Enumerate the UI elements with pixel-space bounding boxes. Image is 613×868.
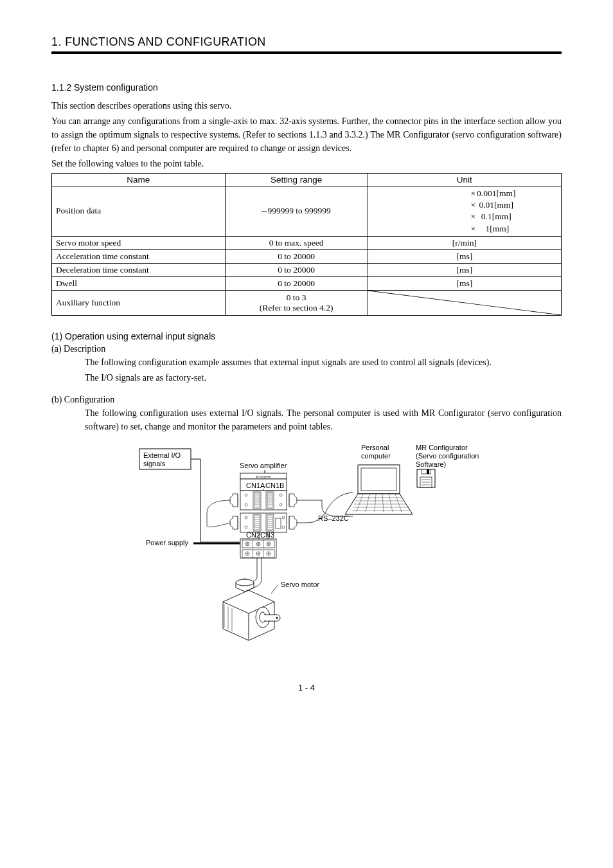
unit-value: 1[mm] xyxy=(477,223,509,235)
power-block xyxy=(240,539,276,558)
row-accel-name: Acceleration time constant xyxy=(52,249,226,263)
row-decel-range: 0 to 20000 xyxy=(225,263,368,276)
table-row: Position data 999999 to 999999 ×0.001[mm… xyxy=(52,186,562,237)
row-aux-unit-slash xyxy=(368,290,561,315)
intro-paragraph-3: Set the following values to the point ta… xyxy=(51,157,562,170)
section-heading: 1.1.2 System configuration xyxy=(51,82,562,93)
label-pc-2: computer xyxy=(361,452,391,460)
slash-icon xyxy=(368,291,561,315)
label-mr-2: (Servo configuration xyxy=(416,452,479,460)
row-speed-name: Servo motor speed xyxy=(52,236,226,249)
page-number: 1 - 4 xyxy=(51,683,562,692)
amp-row-1 xyxy=(230,491,297,510)
label-cn1a: CN1A xyxy=(246,482,265,489)
row-speed-unit: [r/min] xyxy=(368,236,561,249)
desc-b-label: (b) Configuration xyxy=(51,395,562,405)
label-ext-io-1: External I/O xyxy=(143,451,181,459)
unit-value: 0.01[mm] xyxy=(477,199,513,211)
label-ext-io-2: signals xyxy=(143,460,166,467)
chapter-heading: 1. FUNCTIONS AND CONFIGURATION xyxy=(51,35,562,54)
row-decel-unit: [ms] xyxy=(368,263,561,276)
desc-b-text: The following configuration uses externa… xyxy=(85,406,562,433)
row-accel-range: 0 to 20000 xyxy=(225,249,368,263)
intro-paragraph-2: You can arrange any configurations from … xyxy=(51,114,562,155)
row-position-range-text: 999999 to 999999 xyxy=(267,206,330,215)
table-row: Auxiliary function 0 to 3 (Refer to sect… xyxy=(52,290,562,315)
row-aux-name: Auxiliary function xyxy=(52,290,226,315)
unit-prefix: × xyxy=(372,223,477,235)
header-range: Setting range xyxy=(225,174,368,186)
desc-a-text-1: The following configuration example assu… xyxy=(85,356,562,369)
laptop-icon xyxy=(345,465,413,514)
aux-range-1: 0 to 3 xyxy=(229,293,364,303)
row-aux-range: 0 to 3 (Refer to section 4.2) xyxy=(225,290,368,315)
amp-row-2 xyxy=(230,513,297,532)
label-cn1b: CN1B xyxy=(265,482,284,489)
subsection-heading: (1) Operation using external input signa… xyxy=(51,331,562,341)
svg-rect-19 xyxy=(267,493,272,507)
svg-rect-9 xyxy=(240,491,287,510)
svg-rect-34 xyxy=(254,516,260,530)
header-name: Name xyxy=(52,174,226,186)
label-power: Power supply xyxy=(146,539,189,547)
row-position-name: Position data xyxy=(52,186,226,237)
unit-value: 0.1[mm] xyxy=(477,211,511,222)
intro-paragraph-1: This section describes operations using … xyxy=(51,99,562,113)
header-unit: Unit xyxy=(368,174,561,186)
svg-line-104 xyxy=(271,585,278,593)
unit-prefix: × xyxy=(372,211,477,222)
desc-a-label: (a) Description xyxy=(51,344,562,354)
config-diagram: External I/O signals Servo amplifier MIT… xyxy=(51,442,562,657)
floppy-icon xyxy=(417,469,435,487)
servo-motor-icon xyxy=(223,579,280,640)
row-position-unit: ×0.001[mm] × 0.01[mm] × 0.1[mm] × 1[mm] xyxy=(368,186,561,237)
svg-rect-49 xyxy=(276,518,281,529)
label-cn2: CN2 xyxy=(246,531,260,539)
table-header-row: Name Setting range Unit xyxy=(52,174,562,186)
unit-prefix: × xyxy=(372,188,477,199)
row-dwell-name: Dwell xyxy=(52,276,226,290)
svg-line-1 xyxy=(368,291,561,315)
label-mfr: MITSUBISHI xyxy=(256,475,271,478)
row-speed-range: 0 to max. speed xyxy=(225,236,368,249)
svg-rect-85 xyxy=(361,468,396,491)
label-pc-1: Personal xyxy=(361,444,389,451)
unit-prefix: × xyxy=(372,199,477,211)
label-mr-1: MR Configurator xyxy=(416,444,468,451)
row-dwell-unit: [ms] xyxy=(368,276,561,290)
label-rs232: RS–232C xyxy=(318,514,349,522)
row-accel-unit: [ms] xyxy=(368,249,561,263)
table-row: Servo motor speed 0 to max. speed [r/min… xyxy=(52,236,562,249)
label-mr-3: Software) xyxy=(416,460,446,468)
point-table: Name Setting range Unit Position data 99… xyxy=(51,173,562,316)
svg-rect-99 xyxy=(427,469,429,474)
unit-value: 0.001[mm] xyxy=(477,188,515,199)
svg-point-112 xyxy=(276,617,278,619)
table-row: Deceleration time constant 0 to 20000 [m… xyxy=(52,263,562,276)
aux-range-2: (Refer to section 4.2) xyxy=(229,303,364,313)
row-dwell-range: 0 to 20000 xyxy=(225,276,368,290)
row-position-range: 999999 to 999999 xyxy=(225,186,368,237)
table-row: Dwell 0 to 20000 [ms] xyxy=(52,276,562,290)
desc-a-text-2: The I/O signals are as factory-set. xyxy=(85,371,562,384)
svg-rect-42 xyxy=(267,516,272,530)
row-decel-name: Deceleration time constant xyxy=(52,263,226,276)
label-servo-amp: Servo amplifier xyxy=(240,462,287,469)
table-row: Acceleration time constant 0 to 20000 [m… xyxy=(52,249,562,263)
label-servo-motor: Servo motor xyxy=(281,581,319,588)
svg-rect-11 xyxy=(254,493,260,507)
label-cn3: CN3 xyxy=(260,531,274,539)
svg-point-105 xyxy=(236,579,254,586)
